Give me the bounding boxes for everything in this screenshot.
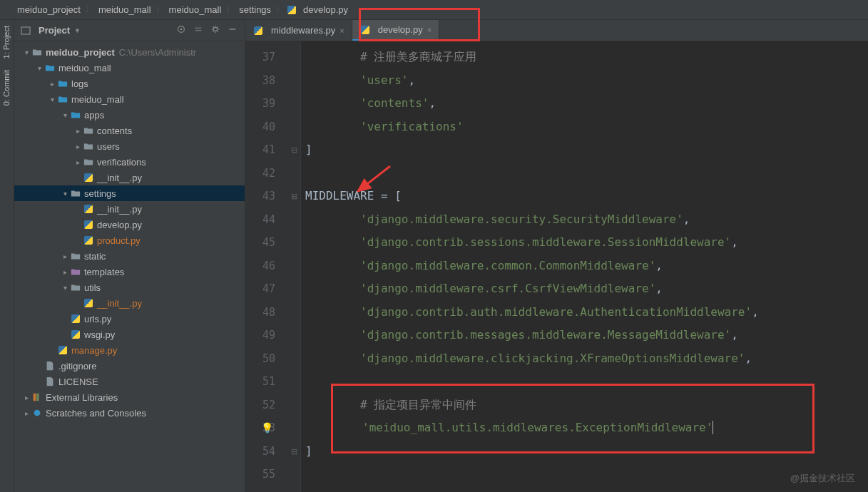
code-line-49[interactable]: 'django.contrib.messages.middleware.Mess…	[305, 324, 868, 347]
project-tree[interactable]: ▾meiduo_projectC:\Users\Administr▾meiduo…	[14, 41, 245, 492]
hide-panel-icon[interactable]	[226, 24, 239, 36]
tree-item---init---py[interactable]: __init__.py	[14, 295, 245, 311]
tree-item-urls-py[interactable]: urls.py	[14, 311, 245, 327]
tree-item-settings[interactable]: ▾settings	[14, 185, 245, 201]
editor-tab-middlewares-py[interactable]: middlewares.py×	[245, 20, 352, 41]
fold-marker-icon[interactable]	[288, 162, 300, 185]
fold-marker-icon[interactable]	[288, 324, 300, 347]
tree-item-logs[interactable]: ▸logs	[14, 76, 245, 91]
line-number[interactable]: 52	[245, 394, 288, 417]
line-number[interactable]: 40	[245, 116, 288, 139]
line-number[interactable]: 46	[245, 255, 288, 278]
code-line-41[interactable]: ]	[305, 138, 868, 162]
line-number[interactable]: 48	[245, 301, 288, 324]
line-number[interactable]: 37	[245, 46, 288, 69]
tree-item-contents[interactable]: ▸contents	[14, 123, 245, 138]
breadcrumb-item[interactable]: develop.py	[300, 4, 351, 15]
code-line-37[interactable]: # 注册美多商城子应用	[305, 46, 868, 69]
tree-chevron-icon[interactable]: ▾	[34, 64, 44, 72]
line-number[interactable]: 49	[245, 324, 288, 347]
fold-marker-icon[interactable]	[288, 463, 300, 486]
line-number[interactable]: 44	[245, 208, 288, 232]
fold-marker-icon[interactable]	[288, 347, 300, 371]
fold-marker-icon[interactable]: ⊟	[288, 138, 300, 162]
tree-chevron-icon[interactable]: ▸	[21, 394, 31, 401]
code-line-48[interactable]: 'django.contrib.auth.middleware.Authenti…	[305, 301, 868, 324]
tree-item-static[interactable]: ▸static	[14, 248, 245, 264]
tree-chevron-icon[interactable]: ▸	[60, 268, 70, 276]
line-number[interactable]: 50	[245, 347, 288, 371]
fold-marker-icon[interactable]	[288, 69, 300, 93]
fold-marker-icon[interactable]	[288, 255, 300, 278]
fold-marker-icon[interactable]	[288, 416, 300, 440]
tree-chevron-icon[interactable]: ▸	[73, 127, 83, 135]
tree-item---init---py[interactable]: __init__.py	[14, 170, 245, 185]
breadcrumb-item[interactable]: settings	[236, 4, 274, 15]
fold-marker-icon[interactable]	[288, 370, 300, 394]
commit-tool-tab[interactable]: 0: Commit	[0, 64, 13, 111]
close-tab-icon[interactable]: ×	[339, 26, 344, 35]
tree-item-develop-py[interactable]: develop.py	[14, 217, 245, 232]
tree-item-templates[interactable]: ▸templates	[14, 264, 245, 280]
line-number[interactable]: 39	[245, 92, 288, 116]
tree-item-utils[interactable]: ▾utils	[14, 280, 245, 295]
tree-chevron-icon[interactable]: ▾	[60, 111, 70, 119]
code-line-44[interactable]: 'django.middleware.security.SecurityMidd…	[305, 208, 868, 232]
fold-marker-icon[interactable]	[288, 394, 300, 417]
fold-marker-icon[interactable]	[288, 46, 300, 69]
tree-item-meiduo-mall[interactable]: ▾meiduo_mall	[14, 60, 245, 76]
fold-marker-icon[interactable]: ⊟	[288, 185, 300, 208]
line-number[interactable]: 41	[245, 138, 288, 162]
tree-item--gitignore[interactable]: .gitignore	[14, 358, 245, 374]
tree-chevron-icon[interactable]: ▾	[60, 190, 70, 198]
breadcrumb-item[interactable]: meiduo_mall	[96, 4, 154, 15]
tree-item-meiduo-mall[interactable]: ▾meiduo_mall	[14, 91, 245, 107]
tree-item-wsgi-py[interactable]: wsgi.py	[14, 327, 245, 342]
panel-title[interactable]: Project ▼	[39, 25, 170, 36]
breadcrumb-item[interactable]: meiduo_project	[14, 4, 83, 15]
tree-item-external-libraries[interactable]: ▸External Libraries	[14, 389, 245, 405]
tree-item-scratches-and-consoles[interactable]: ▸Scratches and Consoles	[14, 405, 245, 421]
code-line-39[interactable]: 'contents',	[305, 92, 868, 116]
code-line-47[interactable]: 'django.middleware.csrf.CsrfViewMiddlewa…	[305, 277, 868, 301]
select-opened-file-icon[interactable]	[175, 24, 188, 36]
code-line-45[interactable]: 'django.contrib.sessions.middleware.Sess…	[305, 231, 868, 255]
fold-marker-icon[interactable]	[288, 277, 300, 301]
tree-chevron-icon[interactable]: ▸	[47, 80, 57, 88]
code-line-55[interactable]	[305, 463, 868, 486]
line-number[interactable]: 43	[245, 185, 288, 208]
tree-chevron-icon[interactable]: ▸	[60, 252, 70, 260]
fold-marker-icon[interactable]	[288, 301, 300, 324]
fold-marker-icon[interactable]: ⊟	[288, 440, 300, 463]
fold-marker-icon[interactable]	[288, 231, 300, 255]
project-tool-tab[interactable]: 1: Project	[0, 20, 13, 64]
intention-bulb-icon[interactable]: 💡	[261, 422, 273, 434]
line-number[interactable]: 45	[245, 231, 288, 255]
tree-chevron-icon[interactable]: ▾	[60, 284, 70, 292]
tree-item-manage-py[interactable]: manage.py	[14, 342, 245, 358]
fold-marker-icon[interactable]	[288, 92, 300, 116]
tree-item-meiduo-project[interactable]: ▾meiduo_projectC:\Users\Administr	[14, 44, 245, 60]
tree-chevron-icon[interactable]: ▾	[21, 48, 31, 56]
tree-chevron-icon[interactable]: ▸	[73, 158, 83, 166]
fold-marker-icon[interactable]	[288, 116, 300, 139]
fold-gutter[interactable]: ⊟⊟⊟	[288, 41, 301, 492]
fold-marker-icon[interactable]	[288, 208, 300, 232]
expand-all-icon[interactable]	[192, 24, 205, 36]
tree-item-product-py[interactable]: product.py	[14, 232, 245, 248]
line-number[interactable]: 38	[245, 69, 288, 93]
tree-chevron-icon[interactable]: ▸	[21, 409, 31, 417]
tree-item-apps[interactable]: ▾apps	[14, 107, 245, 123]
code-line-50[interactable]: 'django.middleware.clickjacking.XFrameOp…	[305, 347, 868, 371]
tree-chevron-icon[interactable]: ▾	[47, 96, 57, 103]
code-line-40[interactable]: 'verifications'	[305, 116, 868, 139]
line-number[interactable]: 55	[245, 463, 288, 486]
line-number[interactable]: 42	[245, 162, 288, 185]
breadcrumb-item[interactable]: meiduo_mall	[166, 4, 225, 15]
tree-chevron-icon[interactable]: ▸	[73, 143, 83, 150]
tree-item---init---py[interactable]: __init__.py	[14, 201, 245, 217]
line-number[interactable]: 47	[245, 277, 288, 301]
code-line-38[interactable]: 'users',	[305, 69, 868, 93]
code-editor[interactable]: 37383940414243444546474849505152535455 ⊟…	[245, 41, 868, 492]
gear-icon[interactable]	[209, 24, 222, 36]
